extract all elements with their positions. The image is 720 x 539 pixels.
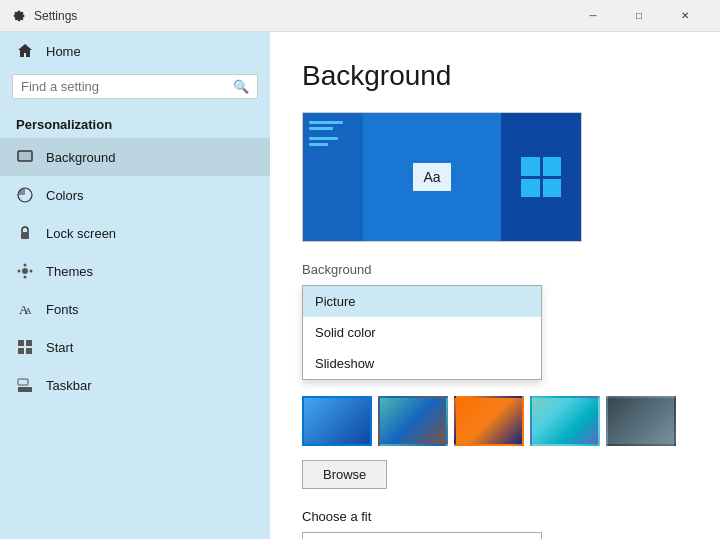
svg-rect-16 xyxy=(18,379,28,385)
close-button[interactable]: ✕ xyxy=(662,0,708,32)
svg-point-7 xyxy=(18,270,21,273)
window-controls: ─ □ ✕ xyxy=(570,0,708,32)
dropdown-option-slideshow[interactable]: Slideshow xyxy=(303,348,541,379)
dropdown-options-list: Picture Solid color Slideshow xyxy=(302,285,542,380)
background-label: Background xyxy=(46,150,115,165)
svg-point-5 xyxy=(24,264,27,267)
preview-left-panel xyxy=(303,113,363,241)
page-title: Background xyxy=(302,60,688,92)
sidebar-item-fonts[interactable]: A A Fonts xyxy=(0,290,270,328)
svg-rect-14 xyxy=(26,348,32,354)
sidebar-item-home[interactable]: Home xyxy=(0,32,270,70)
svg-text:A: A xyxy=(25,306,32,316)
sidebar-item-taskbar[interactable]: Taskbar xyxy=(0,366,270,404)
dropdown-option-picture[interactable]: Picture xyxy=(303,286,541,317)
home-icon xyxy=(16,42,34,60)
preview-right-panel xyxy=(501,113,581,241)
lock-icon xyxy=(16,224,34,242)
thumbnail-blue[interactable] xyxy=(302,396,372,446)
preview-center-panel: Aa xyxy=(363,113,501,241)
taskbar-icon xyxy=(16,376,34,394)
svg-rect-12 xyxy=(26,340,32,346)
thumbnail-row xyxy=(302,396,688,446)
window-title: Settings xyxy=(34,9,77,23)
sidebar-item-background[interactable]: Background xyxy=(0,138,270,176)
settings-icon xyxy=(12,9,26,23)
svg-rect-3 xyxy=(21,232,29,239)
svg-point-4 xyxy=(22,268,28,274)
search-input[interactable] xyxy=(21,79,233,94)
background-icon xyxy=(16,148,34,166)
fonts-label: Fonts xyxy=(46,302,79,317)
background-section-label: Background xyxy=(302,262,688,277)
home-label: Home xyxy=(46,44,81,59)
minimize-button[interactable]: ─ xyxy=(570,0,616,32)
fonts-icon: A A xyxy=(16,300,34,318)
sidebar-item-lock-screen[interactable]: Lock screen xyxy=(0,214,270,252)
windows-logo xyxy=(521,157,561,197)
fit-dropdown[interactable]: Fill ⌄ xyxy=(302,532,542,539)
preview-aa-box: Aa xyxy=(413,163,450,191)
themes-label: Themes xyxy=(46,264,93,279)
colors-label: Colors xyxy=(46,188,84,203)
thumbnail-ocean[interactable] xyxy=(378,396,448,446)
svg-rect-15 xyxy=(18,387,32,392)
background-preview: Aa xyxy=(302,112,582,242)
sidebar-item-start[interactable]: Start xyxy=(0,328,270,366)
background-dropdown[interactable]: Picture Solid color Slideshow xyxy=(302,285,542,380)
lock-screen-label: Lock screen xyxy=(46,226,116,241)
colors-icon xyxy=(16,186,34,204)
search-box[interactable]: 🔍 xyxy=(12,74,258,99)
sidebar: Home 🔍 Personalization Background xyxy=(0,32,270,539)
browse-button[interactable]: Browse xyxy=(302,460,387,489)
start-label: Start xyxy=(46,340,73,355)
svg-rect-11 xyxy=(18,340,24,346)
maximize-button[interactable]: □ xyxy=(616,0,662,32)
dropdown-option-solid-color[interactable]: Solid color xyxy=(303,317,541,348)
sidebar-item-colors[interactable]: Colors xyxy=(0,176,270,214)
sidebar-item-themes[interactable]: Themes xyxy=(0,252,270,290)
svg-rect-1 xyxy=(18,151,32,161)
choose-fit-label: Choose a fit xyxy=(302,509,688,524)
title-bar: Settings ─ □ ✕ xyxy=(0,0,720,32)
thumbnail-sunset[interactable] xyxy=(454,396,524,446)
svg-point-6 xyxy=(24,276,27,279)
search-icon: 🔍 xyxy=(233,79,249,94)
taskbar-label: Taskbar xyxy=(46,378,92,393)
content-area: Background Aa xyxy=(270,32,720,539)
svg-rect-13 xyxy=(18,348,24,354)
personalization-heading: Personalization xyxy=(0,111,270,138)
thumbnail-forest[interactable] xyxy=(606,396,676,446)
start-icon xyxy=(16,338,34,356)
thumbnail-lake[interactable] xyxy=(530,396,600,446)
themes-icon xyxy=(16,262,34,280)
svg-point-8 xyxy=(30,270,33,273)
